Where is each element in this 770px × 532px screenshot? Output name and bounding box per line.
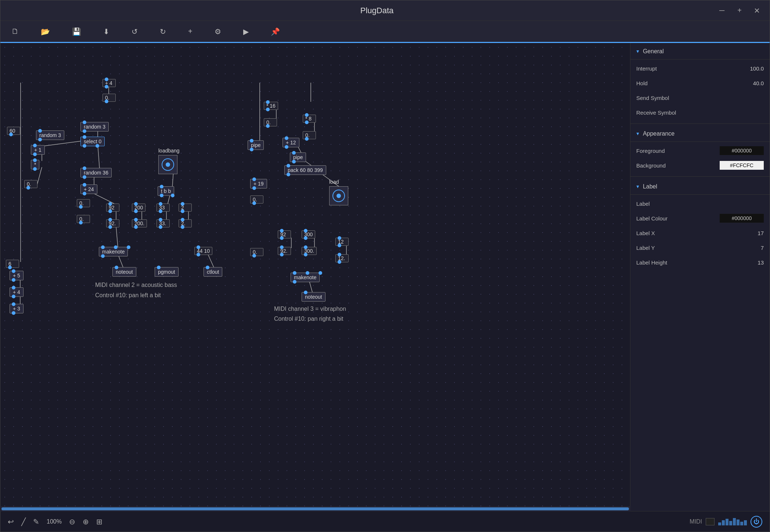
node-plus5[interactable]: + 5 — [10, 271, 24, 280]
node-pipe2[interactable]: pipe — [290, 152, 306, 162]
node-300[interactable]: 300 — [302, 230, 315, 238]
play-button[interactable]: ▶ — [243, 27, 249, 36]
node-12[interactable]: 12 — [335, 238, 349, 246]
node-makenote2[interactable]: makenote — [291, 273, 320, 282]
svg-line-26 — [42, 140, 87, 146]
download-button[interactable]: ⬇ — [103, 27, 109, 36]
tool-edit-btn[interactable]: ✎ — [33, 517, 39, 526]
node-star[interactable]: * — [31, 160, 39, 169]
node-loadbang[interactable] — [158, 155, 177, 174]
undo-button[interactable]: ↺ — [132, 27, 138, 36]
node-33d[interactable]: 33. — [156, 219, 170, 227]
node-0d[interactable]: 0. — [264, 118, 277, 126]
close-button[interactable]: ✕ — [752, 6, 762, 15]
save-button[interactable]: 💾 — [72, 27, 81, 36]
node-200d[interactable]: 200. — [132, 219, 147, 227]
zoom-label: 100% — [47, 518, 62, 525]
row-label-colour: Label Colour #000000 — [630, 211, 770, 226]
node-plus4b[interactable]: + 4 — [10, 287, 24, 297]
zoom-in-btn[interactable]: ⊕ — [83, 517, 89, 526]
section-general: ▼ General Interrupt 100.0 Hold 40.0 Send… — [630, 43, 770, 122]
zoom-out-btn[interactable]: ⊖ — [69, 517, 75, 526]
tool-undo-btn[interactable]: ↩ — [8, 517, 14, 526]
midi-bar-2 — [722, 520, 725, 525]
node-select0[interactable]: select 0 — [80, 137, 105, 146]
tool-line-btn[interactable]: ╱ — [21, 517, 26, 526]
label-send-symbol: Send Symbol — [636, 95, 764, 101]
toolbar: 🗋 📂 💾 ⬇ ↺ ↻ + ⚙ ▶ 📌 — [0, 21, 770, 43]
node-0a[interactable]: 0. — [77, 199, 90, 207]
label-label: Label — [636, 201, 764, 207]
node-300d[interactable]: 300. — [302, 247, 317, 255]
node-4410[interactable]: 44 10 — [194, 247, 212, 255]
node-pack[interactable]: pack 60 80 399 — [284, 165, 326, 175]
node-noteout2[interactable]: noteout — [302, 292, 325, 302]
value-label-y: 7 — [761, 245, 764, 251]
node-random3[interactable]: random 3 — [36, 130, 64, 140]
node-load2-container: load — [329, 179, 339, 186]
scrollbar-thumb[interactable] — [1, 507, 629, 510]
node-pipe1[interactable]: pipe — [248, 140, 264, 150]
node-random36[interactable]: random 36 — [80, 168, 112, 177]
node-60[interactable]: 60 — [7, 127, 20, 135]
minimize-button[interactable]: ─ — [717, 6, 727, 15]
node-star16[interactable]: * 16 — [264, 102, 278, 110]
node-0e[interactable]: 0. — [303, 131, 316, 139]
node-plus4-top[interactable]: + 4 — [102, 79, 116, 87]
node-tbb[interactable]: t b b — [158, 186, 174, 196]
node-6[interactable]: 6 — [6, 260, 19, 268]
row-interrupt: Interrupt 100.0 — [630, 61, 770, 76]
node-star8[interactable]: * 8 — [303, 115, 316, 123]
node-plus3[interactable]: + 3 — [10, 304, 24, 313]
value-label-colour[interactable]: #000000 — [720, 214, 764, 223]
redo-button[interactable]: ↻ — [160, 27, 166, 36]
horizontal-scrollbar[interactable] — [0, 506, 630, 511]
node-92db[interactable]: 92. — [278, 247, 291, 255]
node-0f[interactable]: 0. — [250, 195, 263, 204]
row-label-y: Label Y 7 — [630, 240, 770, 255]
status-bar: ↩ ╱ ✎ 100% ⊖ ⊕ ⊞ MIDI ⏻ — [0, 511, 770, 532]
power-button[interactable]: ⏻ — [751, 516, 762, 528]
maximize-button[interactable]: + — [734, 6, 745, 15]
canvas-area[interactable]: + 4 0. 60 random 3 + 1 * — [0, 43, 630, 511]
pin-button[interactable]: 📌 — [271, 27, 280, 36]
node-pgmout[interactable]: pgmout — [155, 267, 179, 277]
node-plus24[interactable]: + 24 — [80, 184, 97, 194]
node-ctlout[interactable]: ctlout — [204, 267, 222, 277]
midi-label: MIDI — [690, 518, 702, 525]
row-label: Label — [630, 196, 770, 211]
value-background[interactable]: #FCFCFC — [720, 161, 764, 170]
open-button[interactable]: 📂 — [41, 27, 50, 36]
node-plus12[interactable]: + 12 — [283, 138, 299, 147]
node-plus19[interactable]: + 19 — [250, 179, 267, 188]
settings-button[interactable]: ⚙ — [215, 27, 221, 36]
node-2d[interactable]: 2. — [179, 219, 192, 227]
node-92b[interactable]: 92 — [278, 230, 291, 238]
node-33[interactable]: 33 — [156, 204, 170, 212]
fit-btn[interactable]: ⊞ — [96, 517, 102, 526]
add-button[interactable]: + — [188, 27, 192, 36]
node-2[interactable]: 2 — [179, 204, 192, 212]
label-label-height: Label Height — [636, 259, 758, 266]
node-0g[interactable]: 0. — [250, 248, 263, 256]
value-hold: 40.0 — [753, 80, 764, 86]
midi-bar-8 — [744, 520, 747, 525]
text-control-pan: Control #10: pan left a bit — [95, 292, 161, 299]
node-12d[interactable]: 12. — [335, 254, 349, 262]
node-0c[interactable]: 0. — [24, 180, 37, 188]
node-makenote[interactable]: makenote — [99, 247, 128, 256]
node-noteout[interactable]: noteout — [112, 267, 136, 277]
node-200[interactable]: 200 — [132, 204, 145, 212]
section-general-header: ▼ General — [630, 45, 770, 58]
value-foreground[interactable]: #000000 — [720, 146, 764, 155]
node-92[interactable]: 92 — [106, 204, 119, 212]
text-midi-ch2: MIDI channel 2 = acoustic bass — [95, 282, 177, 288]
node-0-top[interactable]: 0. — [102, 94, 116, 102]
node-random3-main[interactable]: random 3 — [80, 122, 109, 132]
node-0b[interactable]: 0. — [77, 215, 90, 223]
new-button[interactable]: 🗋 — [11, 27, 19, 36]
node-92d[interactable]: 92. — [106, 219, 119, 227]
label-receive-symbol: Receive Symbol — [636, 109, 764, 116]
node-plus1[interactable]: + 1 — [31, 145, 45, 155]
node-load2[interactable] — [329, 186, 348, 205]
